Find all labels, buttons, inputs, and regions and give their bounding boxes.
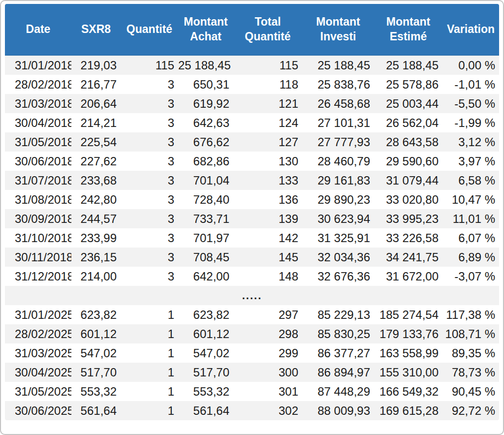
table-row: 28/02/2018216,773650,3111825 838,7625 57… bbox=[5, 75, 499, 94]
table-row: 31/08/2018242,803728,4013629 890,2333 02… bbox=[5, 190, 499, 209]
cell-date: 30/06/2025 bbox=[5, 401, 71, 420]
cell-montant-investi: 32 034,36 bbox=[302, 248, 374, 267]
cell-montant-achat: 682,86 bbox=[178, 152, 233, 171]
cell-quantite: 3 bbox=[121, 209, 178, 228]
cell-montant-achat: 701,97 bbox=[178, 228, 233, 248]
cell-date: 28/02/2025 bbox=[5, 324, 71, 343]
cell-montant-investi: 86 894,97 bbox=[302, 363, 374, 382]
cell-quantite: 3 bbox=[121, 132, 178, 152]
cell-sxr8: 553,32 bbox=[71, 382, 121, 401]
cell-variation: -1,99 % bbox=[442, 113, 499, 132]
cell-total-quantite: 142 bbox=[233, 228, 302, 248]
cell-sxr8: 547,02 bbox=[71, 343, 121, 363]
cell-montant-achat: 623,82 bbox=[178, 305, 233, 324]
table-row: 31/12/2018214,003642,0014832 676,3631 67… bbox=[5, 267, 499, 286]
cell-montant-achat: 553,32 bbox=[178, 382, 233, 401]
cell-montant-achat: 676,62 bbox=[178, 132, 233, 152]
cell-sxr8: 233,68 bbox=[71, 171, 121, 190]
cell-montant-investi: 31 325,91 bbox=[302, 228, 374, 248]
cell-total-quantite: 297 bbox=[233, 305, 302, 324]
cell-date: 31/01/2025 bbox=[5, 305, 71, 324]
cell-montant-investi: 85 830,25 bbox=[302, 324, 374, 343]
column-header-date: Date bbox=[5, 4, 71, 56]
cell-montant-achat: 728,40 bbox=[178, 190, 233, 209]
column-header-variation: Variation bbox=[442, 4, 499, 56]
cell-sxr8: 225,54 bbox=[71, 132, 121, 152]
cell-sxr8: 623,82 bbox=[71, 305, 121, 324]
table-row: 31/01/2018219,0311525 188,4511525 188,45… bbox=[5, 56, 499, 75]
cell-date: 31/12/2018 bbox=[5, 267, 71, 286]
cell-variation: 6,58 % bbox=[442, 171, 499, 190]
cell-montant-investi: 25 838,76 bbox=[302, 75, 374, 94]
cell-sxr8: 561,64 bbox=[71, 401, 121, 420]
cell-sxr8: 206,64 bbox=[71, 94, 121, 113]
cell-variation: 89,35 % bbox=[442, 343, 499, 363]
cell-quantite: 1 bbox=[121, 382, 178, 401]
cell-montant-investi: 30 623,94 bbox=[302, 209, 374, 228]
cell-montant-estime: 34 241,75 bbox=[374, 248, 442, 267]
cell-variation: 78,73 % bbox=[442, 363, 499, 382]
cell-montant-achat: 517,70 bbox=[178, 363, 233, 382]
cell-variation: 108,71 % bbox=[442, 324, 499, 343]
cell-total-quantite: 298 bbox=[233, 324, 302, 343]
cell-date: 30/04/2025 bbox=[5, 363, 71, 382]
cell-variation: 6,89 % bbox=[442, 248, 499, 267]
cell-variation: 10,47 % bbox=[442, 190, 499, 209]
cell-variation: 6,07 % bbox=[442, 228, 499, 248]
cell-montant-estime: 33 226,58 bbox=[374, 228, 442, 248]
table-row: 31/05/2025553,321553,3230187 448,29166 5… bbox=[5, 382, 499, 401]
cell-montant-estime: 25 188,45 bbox=[374, 56, 442, 75]
table-row: 31/10/2018233,993701,9714231 325,9133 22… bbox=[5, 228, 499, 248]
table-card: DateSXR8QuantitéMontant AchatTotal Quant… bbox=[0, 0, 504, 435]
cell-quantite: 3 bbox=[121, 228, 178, 248]
column-header-montant-investi: Montant Investi bbox=[302, 4, 374, 56]
cell-montant-achat: 708,45 bbox=[178, 248, 233, 267]
column-header-montant-achat: Montant Achat bbox=[178, 4, 233, 56]
cell-date: 31/01/2018 bbox=[5, 56, 71, 75]
cell-montant-investi: 29 890,23 bbox=[302, 190, 374, 209]
cell-quantite: 3 bbox=[121, 267, 178, 286]
cell-sxr8: 219,03 bbox=[71, 56, 121, 75]
cell-sxr8: 517,70 bbox=[71, 363, 121, 382]
cell-montant-investi: 88 009,93 bbox=[302, 401, 374, 420]
cell-total-quantite: 302 bbox=[233, 401, 302, 420]
cell-quantite: 3 bbox=[121, 171, 178, 190]
cell-montant-investi: 27 777,93 bbox=[302, 132, 374, 152]
column-header-montant-estime: Montant Estimé bbox=[374, 4, 442, 56]
cell-total-quantite: 124 bbox=[233, 113, 302, 132]
table-row: 30/11/2018236,153708,4514532 034,3634 24… bbox=[5, 248, 499, 267]
cell-montant-estime: 25 578,86 bbox=[374, 75, 442, 94]
ellipsis-row: ..... bbox=[5, 286, 499, 305]
cell-total-quantite: 127 bbox=[233, 132, 302, 152]
cell-variation: -3,07 % bbox=[442, 267, 499, 286]
cell-sxr8: 601,12 bbox=[71, 324, 121, 343]
cell-variation: 90,45 % bbox=[442, 382, 499, 401]
cell-quantite: 3 bbox=[121, 248, 178, 267]
cell-montant-investi: 87 448,29 bbox=[302, 382, 374, 401]
ellipsis-label: ..... bbox=[5, 286, 499, 305]
cell-montant-achat: 642,00 bbox=[178, 267, 233, 286]
cell-montant-investi: 26 458,68 bbox=[302, 94, 374, 113]
cell-total-quantite: 115 bbox=[233, 56, 302, 75]
cell-date: 31/05/2025 bbox=[5, 382, 71, 401]
cell-montant-achat: 642,63 bbox=[178, 113, 233, 132]
cell-total-quantite: 145 bbox=[233, 248, 302, 267]
table-body: 31/01/2018219,0311525 188,4511525 188,45… bbox=[5, 56, 499, 421]
table-row: 31/07/2018233,683701,0413329 161,8331 07… bbox=[5, 171, 499, 190]
cell-montant-investi: 28 460,79 bbox=[302, 152, 374, 171]
cell-montant-estime: 28 643,58 bbox=[374, 132, 442, 152]
cell-quantite: 3 bbox=[121, 190, 178, 209]
cell-montant-investi: 85 229,13 bbox=[302, 305, 374, 324]
table-row: 31/03/2018206,643619,9212126 458,6825 00… bbox=[5, 94, 499, 113]
cell-montant-estime: 33 020,80 bbox=[374, 190, 442, 209]
column-header-quantite: Quantité bbox=[121, 4, 178, 56]
cell-quantite: 1 bbox=[121, 343, 178, 363]
table-row: 30/09/2018244,573733,7113930 623,9433 99… bbox=[5, 209, 499, 228]
cell-montant-estime: 29 590,60 bbox=[374, 152, 442, 171]
cell-montant-estime: 155 310,00 bbox=[374, 363, 442, 382]
cell-montant-estime: 25 003,44 bbox=[374, 94, 442, 113]
cell-montant-investi: 32 676,36 bbox=[302, 267, 374, 286]
cell-date: 30/04/2018 bbox=[5, 113, 71, 132]
cell-sxr8: 214,21 bbox=[71, 113, 121, 132]
cell-quantite: 3 bbox=[121, 113, 178, 132]
